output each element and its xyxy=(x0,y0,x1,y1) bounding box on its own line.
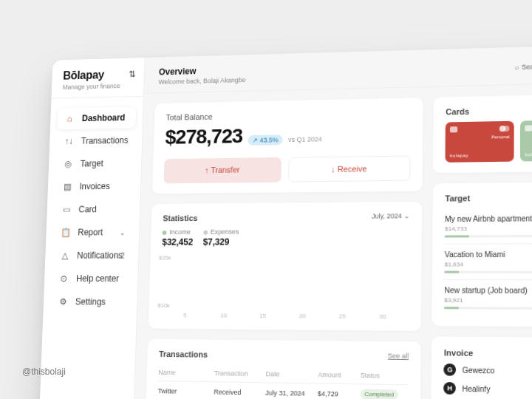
credit-card-personal[interactable]: Personal bolapay xyxy=(446,121,514,163)
sidebar-item-label: Report xyxy=(78,228,103,238)
nav-badge: 2 xyxy=(120,251,125,259)
sidebar-item-notifications[interactable]: △Notifications2 xyxy=(52,245,132,266)
target-list: My new Airbnb apartment17% $14,733$75,00… xyxy=(444,208,532,316)
sidebar-item-label: Invoices xyxy=(79,181,110,191)
statistics-card: Statistics Income $32,452 Expenses $7,32… xyxy=(149,202,423,331)
attribution: @thisbolaji xyxy=(22,366,66,377)
settings-icon: ⚙ xyxy=(57,296,68,307)
avatar: H xyxy=(443,382,456,395)
sidebar-nav: ⌂Dashboard↑↓Transactions◎Target▤Invoices… xyxy=(38,97,143,399)
balance-label: Total Balance xyxy=(166,108,411,121)
target-item[interactable]: My new Airbnb apartment17% $14,733$75,00… xyxy=(445,208,532,244)
legend-expense-value: $7,329 xyxy=(203,237,239,248)
search-trigger[interactable]: ⌕ Search anything xyxy=(515,62,532,71)
sidebar-item-target[interactable]: ◎Target xyxy=(55,152,135,174)
card-icon: ▭ xyxy=(61,205,72,215)
legend-income-value: $32,452 xyxy=(162,237,193,248)
status-badge: Completed xyxy=(360,389,398,399)
sidebar-item-label: Notifications xyxy=(77,250,123,261)
target-card: Target See all My new Airbnb apartment17… xyxy=(432,182,532,327)
report-icon: 📋 xyxy=(60,228,71,238)
sidebar: Bōlapay Manage your finance ⇅ ⌂Dashboard… xyxy=(38,58,146,399)
content-grid: Total Balance $278,723 ↗ 43.5% vs Q1 202… xyxy=(133,83,532,399)
brand-box: Bōlapay Manage your finance ⇅ xyxy=(52,58,145,99)
cards-title: Cards xyxy=(446,107,469,117)
col-transaction: Transaction xyxy=(214,369,266,378)
chevron-down-icon: ⌄ xyxy=(404,212,410,219)
balance-card: Total Balance $278,723 ↗ 43.5% vs Q1 202… xyxy=(152,98,423,194)
x-tick: 15 xyxy=(243,313,282,319)
search-placeholder: Search anything xyxy=(522,62,532,71)
sidebar-item-label: Dashboard xyxy=(82,112,126,123)
target-item[interactable]: New startup (Job board) $3,921 xyxy=(444,280,532,316)
legend-expense-label: Expenses xyxy=(211,228,239,236)
target-icon: ◎ xyxy=(62,159,73,169)
sidebar-item-label: Transactions xyxy=(81,135,129,146)
legend-income-dot xyxy=(163,231,167,235)
y-tick: $35k xyxy=(159,255,171,262)
mastercard-icon xyxy=(499,126,510,132)
col-date: Date xyxy=(266,370,318,378)
notifications-icon: △ xyxy=(59,250,70,261)
page-subtitle: Welcome back, Bolaji Akangbe xyxy=(158,76,245,86)
cards-panel: Cards ▭ Create new Personal bolapay xyxy=(433,94,532,174)
transactions-icon: ↑↓ xyxy=(63,136,74,146)
help center-icon: ⊙ xyxy=(58,273,69,284)
sidebar-item-label: Help center xyxy=(76,273,119,284)
card-chip-icon xyxy=(525,125,532,131)
sidebar-item-label: Settings xyxy=(75,297,106,307)
card-chip-icon xyxy=(450,126,457,132)
credit-card-corporate[interactable]: Corporate ↗ bolapay xyxy=(520,120,532,162)
sidebar-item-report[interactable]: 📋Report⌄ xyxy=(52,222,132,244)
legend-income-label: Income xyxy=(169,228,191,236)
x-tick: 30 xyxy=(362,313,403,321)
x-axis: 51015202530 xyxy=(160,312,409,320)
col-status: Status xyxy=(361,372,409,380)
receive-button[interactable]: ↓ Receive xyxy=(288,155,411,182)
transactions-card: Transactions See all NameTransactionDate… xyxy=(146,339,421,399)
transfer-button[interactable]: ↑ Transfer xyxy=(164,157,282,183)
statistics-chart: $35k $10k xyxy=(160,256,410,309)
sidebar-item-label: Card xyxy=(78,204,97,214)
sidebar-item-card[interactable]: ▭Card xyxy=(53,198,133,220)
sidebar-item-invoices[interactable]: ▤Invoices xyxy=(55,175,134,197)
balance-delta-note: vs Q1 2024 xyxy=(288,135,322,143)
brand-logo: Bōlapay xyxy=(63,68,133,83)
balance-delta: ↗ 43.5% xyxy=(248,134,282,146)
page-title: Overview xyxy=(159,65,246,78)
sidebar-item-help-center[interactable]: ⊙Help center xyxy=(51,267,131,290)
sidebar-item-label: Target xyxy=(80,158,103,168)
invoice-list: GGewezcoHHealinfy xyxy=(443,364,532,397)
statistics-title: Statistics xyxy=(163,214,239,222)
legend-expense-dot xyxy=(203,230,208,234)
col-amount: Amount xyxy=(318,371,360,379)
invoice-item[interactable]: GGewezco xyxy=(444,364,532,378)
y-tick: $10k xyxy=(157,302,170,309)
chevron-down-icon: ⌄ xyxy=(120,228,126,236)
sidebar-settings-icon[interactable]: ⇅ xyxy=(129,69,136,80)
avatar: G xyxy=(444,364,457,376)
invoice-card: Invoice Status GGewezcoHHealinfy xyxy=(432,336,532,399)
col-name: Name xyxy=(158,369,214,377)
x-tick: 20 xyxy=(282,313,322,320)
search-icon: ⌕ xyxy=(515,64,519,71)
dashboard-icon: ⌂ xyxy=(64,114,75,124)
transactions-title: Transactions See all xyxy=(159,349,409,361)
sidebar-item-settings[interactable]: ⚙Settings xyxy=(50,291,131,313)
period-selector[interactable]: July, 2024 ⌄ xyxy=(372,212,410,219)
app-shell: Bōlapay Manage your finance ⇅ ⌂Dashboard… xyxy=(38,44,532,399)
target-item[interactable]: Vacation to Miami $1,634 xyxy=(445,244,532,280)
x-tick: 5 xyxy=(166,312,204,318)
table-row[interactable]: TwitterReceivedJuly 31, 2024$4,729Comple… xyxy=(157,381,408,399)
sidebar-item-transactions[interactable]: ↑↓Transactions xyxy=(56,129,135,152)
sidebar-item-dashboard[interactable]: ⌂Dashboard xyxy=(57,106,136,129)
invoice-title: Invoice xyxy=(444,348,474,358)
x-tick: 25 xyxy=(322,313,362,320)
transactions-body: TwitterReceivedJuly 31, 2024$4,729Comple… xyxy=(157,381,408,399)
brand-tagline: Manage your finance xyxy=(63,82,133,91)
invoice-item[interactable]: HHealinfy xyxy=(443,382,532,397)
target-title: Target See all xyxy=(445,193,532,203)
main-area: Overview Welcome back, Bolaji Akangbe ⌕ … xyxy=(133,44,532,399)
transactions-see-all[interactable]: See all xyxy=(388,352,409,360)
invoices-icon: ▤ xyxy=(61,182,72,192)
